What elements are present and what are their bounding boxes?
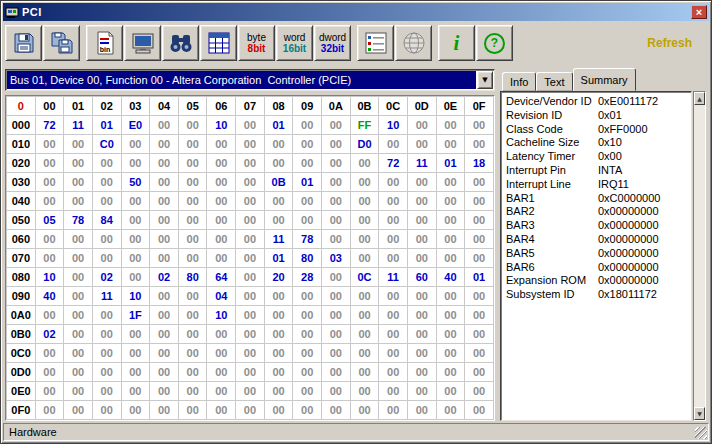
hex-cell[interactable]: 00 <box>465 363 494 382</box>
hex-cell[interactable]: 00 <box>150 116 179 135</box>
hex-cell[interactable]: 00 <box>236 268 265 287</box>
hex-cell[interactable]: 00 <box>322 230 351 249</box>
hex-cell[interactable]: 00 <box>236 173 265 192</box>
hex-cell[interactable]: 00 <box>293 306 322 325</box>
hex-cell[interactable]: 00 <box>407 249 436 268</box>
hex-cell[interactable]: 00 <box>150 192 179 211</box>
hex-cell[interactable]: 00 <box>64 192 93 211</box>
hex-cell[interactable]: 00 <box>92 173 121 192</box>
hex-cell[interactable]: 28 <box>293 268 322 287</box>
hex-cell[interactable]: 00 <box>264 287 293 306</box>
hex-cell[interactable]: 0B <box>264 173 293 192</box>
hex-cell[interactable]: 00 <box>150 230 179 249</box>
tab-text[interactable]: Text <box>536 72 572 91</box>
hex-cell[interactable]: 00 <box>35 230 64 249</box>
hex-cell[interactable]: 00 <box>178 249 207 268</box>
hex-cell[interactable]: 00 <box>350 173 379 192</box>
machine-button[interactable] <box>124 25 161 61</box>
refresh-button[interactable]: Refresh <box>641 35 698 51</box>
hex-cell[interactable]: 00 <box>350 287 379 306</box>
hex-cell[interactable]: 00 <box>379 249 408 268</box>
hex-cell[interactable]: 00 <box>407 401 436 420</box>
hex-cell[interactable]: 00 <box>407 116 436 135</box>
hex-cell[interactable]: 00 <box>407 230 436 249</box>
hex-cell[interactable]: 11 <box>264 230 293 249</box>
hex-cell[interactable]: 00 <box>64 249 93 268</box>
hex-cell[interactable]: 00 <box>35 154 64 173</box>
hex-cell[interactable]: 00 <box>436 287 465 306</box>
hex-cell[interactable]: 00 <box>350 325 379 344</box>
hex-cell[interactable]: 00 <box>322 116 351 135</box>
hex-cell[interactable]: 00 <box>436 249 465 268</box>
hex-cell[interactable]: 00 <box>121 325 150 344</box>
hex-cell[interactable]: 00 <box>379 173 408 192</box>
hex-cell[interactable]: 00 <box>207 249 236 268</box>
hex-cell[interactable]: 00 <box>207 382 236 401</box>
hex-cell[interactable]: 72 <box>379 154 408 173</box>
hex-cell[interactable]: 00 <box>436 192 465 211</box>
hex-cell[interactable]: 01 <box>293 173 322 192</box>
hex-cell[interactable]: 00 <box>35 192 64 211</box>
hex-cell[interactable]: 00 <box>178 306 207 325</box>
hex-cell[interactable]: 00 <box>35 306 64 325</box>
hex-cell[interactable]: 00 <box>436 325 465 344</box>
hex-cell[interactable]: 00 <box>322 211 351 230</box>
hex-cell[interactable]: 00 <box>64 344 93 363</box>
hex-cell[interactable]: 00 <box>436 211 465 230</box>
hex-cell[interactable]: 00 <box>178 192 207 211</box>
hex-cell[interactable]: 00 <box>178 211 207 230</box>
hex-cell[interactable]: 00 <box>64 230 93 249</box>
hex-cell[interactable]: 00 <box>236 382 265 401</box>
hex-cell[interactable]: 11 <box>407 154 436 173</box>
hex-cell[interactable]: 00 <box>264 325 293 344</box>
hex-cell[interactable]: 00 <box>64 325 93 344</box>
hex-cell[interactable]: 00 <box>379 211 408 230</box>
hex-cell[interactable]: 00 <box>121 363 150 382</box>
hex-cell[interactable]: 11 <box>379 268 408 287</box>
hex-cell[interactable]: 00 <box>92 325 121 344</box>
hex-cell[interactable]: 00 <box>121 382 150 401</box>
hex-cell[interactable]: 00 <box>264 344 293 363</box>
hex-cell[interactable]: 0C <box>350 268 379 287</box>
hex-cell[interactable]: 00 <box>150 173 179 192</box>
hex-cell[interactable]: 00 <box>264 382 293 401</box>
hex-cell[interactable]: 00 <box>379 382 408 401</box>
hex-cell[interactable]: 00 <box>178 401 207 420</box>
hex-cell[interactable]: 00 <box>64 268 93 287</box>
hex-cell[interactable]: 00 <box>178 325 207 344</box>
hex-cell[interactable]: 50 <box>121 173 150 192</box>
hex-cell[interactable]: 00 <box>379 230 408 249</box>
hex-cell[interactable]: 00 <box>322 382 351 401</box>
hex-cell[interactable]: 00 <box>322 173 351 192</box>
hex-cell[interactable]: 40 <box>436 268 465 287</box>
hex-cell[interactable]: 80 <box>293 249 322 268</box>
hex-cell[interactable]: 00 <box>465 382 494 401</box>
hex-cell[interactable]: 10 <box>207 306 236 325</box>
hex-cell[interactable]: 00 <box>293 401 322 420</box>
table-view-button[interactable] <box>200 25 237 61</box>
hex-cell[interactable]: 01 <box>436 154 465 173</box>
hex-cell[interactable]: 00 <box>207 230 236 249</box>
hex-cell[interactable]: 00 <box>236 154 265 173</box>
hex-cell[interactable]: 00 <box>350 192 379 211</box>
hex-cell[interactable]: 00 <box>293 135 322 154</box>
hex-cell[interactable]: 00 <box>264 192 293 211</box>
hex-cell[interactable]: 00 <box>64 135 93 154</box>
hex-cell[interactable]: 00 <box>236 325 265 344</box>
hex-cell[interactable]: 00 <box>264 154 293 173</box>
byte-view-button[interactable]: byte 8bit <box>238 25 275 61</box>
hex-cell[interactable]: 00 <box>207 192 236 211</box>
hex-cell[interactable]: 05 <box>35 211 64 230</box>
hex-cell[interactable]: 00 <box>322 401 351 420</box>
scroll-up-button[interactable]: ▲ <box>694 92 705 105</box>
hex-cell[interactable]: 00 <box>236 287 265 306</box>
hex-cell[interactable]: 64 <box>207 268 236 287</box>
hex-cell[interactable]: 00 <box>92 306 121 325</box>
hex-cell[interactable]: 00 <box>293 325 322 344</box>
hex-cell[interactable]: 00 <box>436 363 465 382</box>
summary-scrollbar[interactable]: ▲ ▼ <box>693 91 706 421</box>
hex-cell[interactable]: 00 <box>236 249 265 268</box>
hex-cell[interactable]: 00 <box>465 116 494 135</box>
hex-cell[interactable]: 00 <box>207 154 236 173</box>
hex-cell[interactable]: 00 <box>121 135 150 154</box>
